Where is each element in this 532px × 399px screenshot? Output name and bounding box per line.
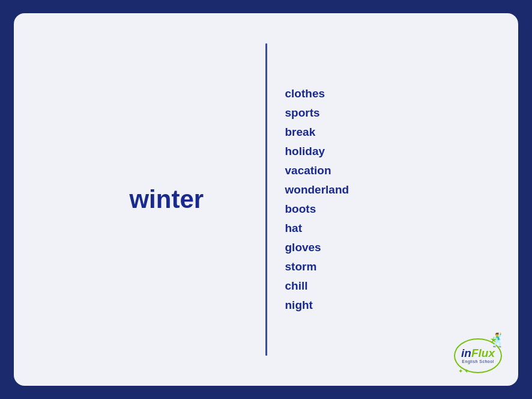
left-panel: winter [86,43,247,356]
word-item: wonderland [285,183,447,196]
word-item: boots [285,203,447,216]
word-item: vacation [285,164,447,177]
logo-circle: ★ 🕺 ✦✦ inFlux English School [454,338,502,373]
word-item: storm [285,260,447,273]
logo-text: inFlux [461,347,495,359]
word-item: chill [285,279,447,293]
content-area: winter clothessportsbreakholidayvacation… [86,43,446,356]
vertical-divider [265,43,267,356]
logo-sub: English School [461,359,495,364]
word-item: clothes [285,87,447,100]
logo-stars-bottom: ✦✦ [458,368,470,374]
word-item: break [285,126,447,139]
word-item: night [285,299,447,312]
main-card: winter clothessportsbreakholidayvacation… [14,13,518,386]
logo-figure: 🕺 [489,332,506,348]
word-item: sports [285,106,447,120]
main-word: winter [129,185,204,214]
logo-container: ★ 🕺 ✦✦ inFlux English School [451,336,505,375]
logo-brand: inFlux English School [461,347,495,364]
word-list: clothessportsbreakholidayvacationwonderl… [285,43,447,356]
word-item: gloves [285,241,447,254]
word-item: holiday [285,145,447,158]
word-item: hat [285,222,447,235]
